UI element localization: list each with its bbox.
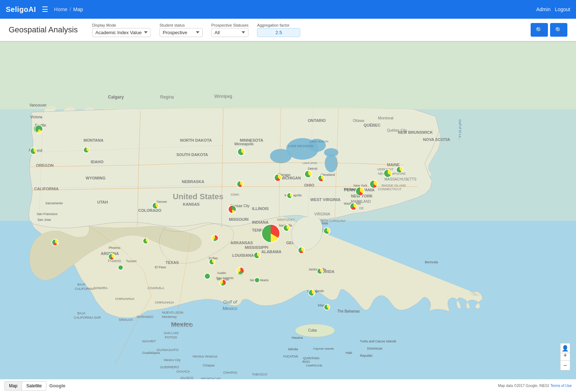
svg-text:COAHUILA: COAHUILA — [148, 286, 164, 290]
svg-text:Portland: Portland — [29, 149, 42, 152]
svg-text:Victoria: Victoria — [30, 115, 42, 119]
toolbar: Geospatial Analysis Display Mode Academi… — [0, 19, 576, 41]
svg-text:TAMAULIPAS: TAMAULIPAS — [171, 322, 191, 326]
svg-text:LOUISIANA: LOUISIANA — [232, 253, 254, 257]
svg-text:CALIFORNIA: CALIFORNIA — [75, 287, 94, 291]
zoom-controls: + − — [560, 350, 570, 370]
svg-text:MISSOURI: MISSOURI — [229, 217, 248, 222]
map-type-map-button[interactable]: Map — [4, 381, 22, 391]
svg-text:Gulf of St La...: Gulf of St La... — [458, 119, 462, 140]
svg-text:KENTUCKY: KENTUCKY — [277, 218, 295, 222]
svg-text:Gulf of: Gulf of — [223, 299, 238, 305]
svg-text:Regina: Regina — [160, 95, 174, 100]
svg-text:VERMONT: VERMONT — [377, 168, 394, 171]
svg-text:Orlando: Orlando — [312, 289, 324, 293]
svg-text:GUERRERO: GUERRERO — [160, 365, 179, 369]
prospective-statuses-select[interactable]: All Applied Enrolled Inquiry — [211, 28, 248, 37]
svg-text:CAMPECHE: CAMPECHE — [306, 364, 322, 367]
svg-text:Québec City: Québec City — [387, 128, 407, 132]
svg-text:CHIAPAS: CHIAPAS — [223, 371, 237, 374]
student-status-label: Student status — [159, 23, 203, 27]
svg-text:MONTANA: MONTANA — [84, 138, 103, 142]
svg-text:San Jose: San Jose — [37, 218, 51, 222]
search-button-2[interactable]: 🔍 — [550, 23, 567, 37]
svg-text:Minneapolis: Minneapolis — [234, 142, 253, 146]
svg-text:SINALOA: SINALOA — [119, 318, 133, 322]
svg-text:New Orleans: New Orleans — [250, 278, 269, 282]
svg-text:POTOSI: POTOSI — [165, 336, 177, 339]
map-type-satellite-button[interactable]: Satellite — [22, 381, 46, 391]
svg-text:Turks and Caicos Islands: Turks and Caicos Islands — [360, 339, 396, 343]
svg-text:Seattle: Seattle — [35, 123, 46, 127]
display-mode-label: Display Mode — [92, 23, 151, 27]
zoom-out-button[interactable]: − — [560, 360, 570, 370]
svg-text:LAKE MICHIGAN: LAKE MICHIGAN — [288, 144, 314, 148]
user-name: Admin — [536, 6, 550, 12]
display-mode-filter: Display Mode Academic Index Value Count … — [92, 23, 151, 37]
svg-text:NOVA SCOTIA: NOVA SCOTIA — [423, 137, 450, 142]
svg-text:Winnipeg: Winnipeg — [214, 94, 232, 99]
svg-text:KANSAS: KANSAS — [183, 202, 199, 206]
svg-text:ILLINOIS: ILLINOIS — [252, 206, 269, 211]
svg-text:GUANAJUATO: GUANAJUATO — [157, 348, 179, 352]
svg-text:Austin: Austin — [217, 271, 226, 275]
nav-map-link[interactable]: Map — [73, 6, 83, 12]
hamburger-icon[interactable]: ☰ — [42, 5, 48, 14]
header-right: Admin Logout — [536, 6, 570, 12]
svg-text:CHIHUAHUA: CHIHUAHUA — [115, 297, 135, 301]
svg-point-9 — [270, 149, 292, 163]
svg-text:Vancouver: Vancouver — [30, 103, 47, 107]
aggregation-factor-input[interactable]: 2.5 — [257, 28, 300, 37]
toolbar-search-buttons: 🔍 🔍 — [531, 23, 567, 37]
svg-text:Jacksonville: Jacksonville — [309, 268, 326, 271]
svg-text:Kansas City: Kansas City — [230, 204, 249, 208]
svg-text:ARIZONA: ARIZONA — [101, 251, 119, 256]
svg-text:Miami: Miami — [318, 304, 327, 307]
svg-text:OAXACA: OAXACA — [176, 370, 190, 373]
svg-text:NEW HAMPSHIRE: NEW HAMPSHIRE — [378, 172, 406, 176]
svg-text:Mérida: Mérida — [288, 347, 298, 351]
svg-text:QUÉBEC: QUÉBEC — [364, 123, 381, 127]
street-view-button[interactable]: 👤 — [560, 343, 570, 353]
svg-text:Indianapolis: Indianapolis — [284, 193, 302, 197]
google-logo: Google — [49, 383, 66, 388]
nav-home-link[interactable]: Home — [54, 6, 67, 12]
map-container[interactable]: LAKE MICHIGAN LAKE HURON LAKE ERIE OREGO… — [0, 41, 576, 392]
student-status-select[interactable]: Prospective Current Alumni — [159, 28, 203, 37]
svg-text:Chiapas: Chiapas — [203, 364, 215, 367]
svg-text:ROO: ROO — [302, 360, 310, 364]
svg-text:TEXAS: TEXAS — [166, 260, 179, 265]
svg-text:ONTARIO: ONTARIO — [308, 118, 326, 123]
aggregation-factor-filter: Aggregation factor 2.5 — [257, 23, 300, 37]
display-mode-select[interactable]: Academic Index Value Count GPA SAT Score — [92, 28, 151, 37]
svg-text:COLORADO: COLORADO — [138, 208, 162, 213]
logout-button[interactable]: Logout — [555, 6, 570, 12]
svg-text:MISSISSIPPI: MISSISSIPPI — [245, 245, 268, 250]
svg-text:Mexico: Mexico — [222, 306, 237, 311]
svg-text:Phoenix: Phoenix — [109, 246, 121, 250]
svg-text:The Bahamas: The Bahamas — [337, 309, 360, 313]
svg-text:Havana: Havana — [292, 336, 303, 339]
svg-text:CALIFORNIA SUR: CALIFORNIA SUR — [74, 316, 101, 319]
svg-text:YUCATAN: YUCATAN — [283, 355, 298, 358]
app-logo: SeligoAI — [6, 5, 36, 14]
svg-text:WYOMING: WYOMING — [86, 176, 105, 180]
svg-text:TABASCO: TABASCO — [252, 373, 267, 376]
svg-text:Pittsburgh: Pittsburgh — [344, 187, 359, 191]
svg-text:ARKANSAS: ARKANSAS — [230, 241, 253, 245]
map-background: LAKE MICHIGAN LAKE HURON LAKE ERIE OREGO… — [0, 41, 576, 392]
header: SeligoAI ☰ Home / Map Admin Logout — [0, 0, 576, 19]
svg-text:Dominican: Dominican — [367, 347, 383, 350]
terms-of-use-link[interactable]: Terms of Use — [550, 384, 572, 388]
svg-text:Mexico City: Mexico City — [164, 358, 181, 362]
svg-text:IOWA: IOWA — [231, 193, 239, 196]
svg-text:Calgary: Calgary — [108, 95, 124, 100]
svg-text:IDAHO: IDAHO — [91, 160, 104, 164]
svg-text:Heroica Veracruz: Heroica Veracruz — [193, 355, 218, 358]
svg-text:UTAH: UTAH — [97, 200, 108, 204]
map-attribution: Map data ©2017 Google, INEGI — [498, 384, 549, 388]
svg-text:ALABAMA: ALABAMA — [261, 250, 282, 254]
svg-text:MASSACHUSETTS: MASSACHUSETTS — [384, 177, 417, 181]
svg-text:Detroit: Detroit — [308, 167, 318, 170]
search-button[interactable]: 🔍 — [531, 23, 548, 37]
